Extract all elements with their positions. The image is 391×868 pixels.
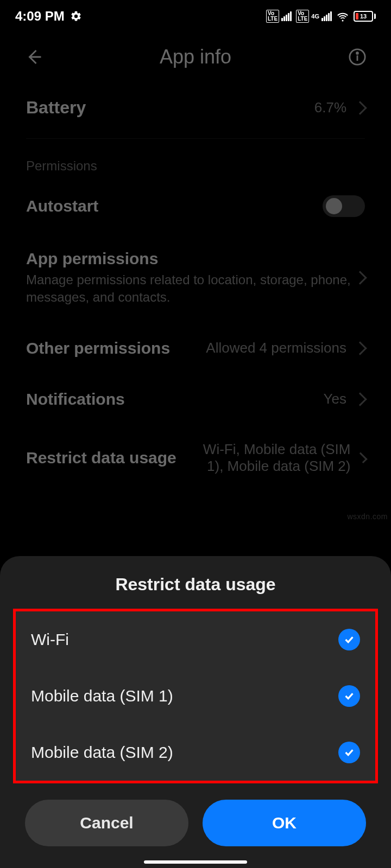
sim1-signal: VoLTE bbox=[266, 10, 292, 23]
autostart-row[interactable]: Autostart bbox=[26, 179, 365, 233]
notifications-row[interactable]: Notifications Yes bbox=[26, 374, 365, 425]
chevron-right-icon bbox=[353, 392, 367, 406]
other-permissions-row[interactable]: Other permissions Allowed 4 permissions bbox=[26, 323, 365, 374]
status-left: 4:09 PM bbox=[15, 9, 82, 24]
app-permissions-sub: Manage permissions related to location, … bbox=[26, 271, 355, 307]
restrict-data-value: Wi-Fi, Mobile data (SIM 1), Mobile data … bbox=[202, 441, 350, 475]
chevron-right-icon bbox=[353, 101, 367, 114]
battery-label: Battery bbox=[26, 98, 86, 118]
autostart-toggle[interactable] bbox=[323, 195, 365, 217]
page-title: App info bbox=[45, 46, 346, 68]
status-right: VoLTE VoLTE 4G 13 bbox=[266, 10, 376, 23]
battery-value: 6.7% bbox=[314, 99, 346, 116]
app-permissions-row[interactable]: App permissions Manage permissions relat… bbox=[26, 233, 365, 323]
network-4g-label: 4G bbox=[311, 14, 319, 20]
option-sim2-label: Mobile data (SIM 2) bbox=[31, 743, 173, 762]
volte-icon: VoLTE bbox=[266, 10, 279, 23]
home-indicator[interactable] bbox=[144, 860, 247, 864]
app-permissions-label: App permissions bbox=[26, 250, 355, 268]
battery-percent-text: 13 bbox=[355, 12, 372, 21]
background-content: App info Battery 6.7% Permissions Autost… bbox=[0, 33, 391, 491]
checkbox-checked-icon[interactable] bbox=[338, 629, 360, 650]
gear-icon bbox=[70, 10, 82, 22]
restrict-data-label: Restrict data usage bbox=[26, 449, 176, 467]
option-sim1-label: Mobile data (SIM 1) bbox=[31, 687, 173, 705]
chevron-right-icon bbox=[357, 452, 368, 463]
notifications-label: Notifications bbox=[26, 390, 125, 409]
back-button[interactable] bbox=[23, 46, 45, 68]
clock-text: 4:09 PM bbox=[15, 9, 65, 24]
signal-bars-icon bbox=[321, 11, 332, 21]
battery-row[interactable]: Battery 6.7% bbox=[26, 81, 365, 134]
chevron-right-icon bbox=[353, 271, 367, 285]
permissions-section-header: Permissions bbox=[26, 149, 365, 179]
svg-point-2 bbox=[357, 53, 358, 54]
toggle-knob bbox=[326, 198, 342, 214]
option-sim1[interactable]: Mobile data (SIM 1) bbox=[16, 668, 375, 724]
watermark-text: wsxdn.com bbox=[347, 512, 388, 521]
dialog-options-highlight: Wi-Fi Mobile data (SIM 1) Mobile data (S… bbox=[13, 609, 378, 783]
cancel-button-label: Cancel bbox=[80, 814, 133, 832]
option-sim2[interactable]: Mobile data (SIM 2) bbox=[16, 724, 375, 781]
status-bar: 4:09 PM VoLTE VoLTE 4G 13 bbox=[0, 0, 391, 33]
restrict-data-dialog: Restrict data usage Wi-Fi Mobile data (S… bbox=[0, 556, 391, 868]
wifi-icon bbox=[336, 10, 349, 23]
checkbox-checked-icon[interactable] bbox=[338, 685, 360, 707]
signal-bars-icon bbox=[281, 11, 292, 21]
notifications-value: Yes bbox=[324, 391, 346, 407]
option-wifi-label: Wi-Fi bbox=[31, 630, 69, 649]
divider bbox=[26, 138, 365, 139]
app-bar: App info bbox=[0, 33, 391, 81]
other-permissions-label: Other permissions bbox=[26, 339, 170, 358]
cancel-button[interactable]: Cancel bbox=[25, 800, 188, 846]
option-wifi[interactable]: Wi-Fi bbox=[16, 611, 375, 668]
battery-icon: 13 bbox=[354, 11, 373, 22]
ok-button-label: OK bbox=[272, 814, 297, 832]
autostart-label: Autostart bbox=[26, 197, 98, 215]
ok-button[interactable]: OK bbox=[203, 800, 366, 846]
info-button[interactable] bbox=[346, 46, 368, 68]
sim2-signal: VoLTE 4G bbox=[296, 10, 332, 23]
dialog-title: Restrict data usage bbox=[0, 575, 391, 609]
checkbox-checked-icon[interactable] bbox=[338, 742, 360, 763]
chevron-right-icon bbox=[353, 341, 367, 355]
volte-icon: VoLTE bbox=[296, 10, 309, 23]
dialog-button-row: Cancel OK bbox=[0, 783, 391, 868]
other-permissions-value: Allowed 4 permissions bbox=[206, 340, 346, 356]
restrict-data-row[interactable]: Restrict data usage Wi-Fi, Mobile data (… bbox=[26, 425, 365, 491]
battery-indicator: 13 bbox=[354, 11, 376, 22]
